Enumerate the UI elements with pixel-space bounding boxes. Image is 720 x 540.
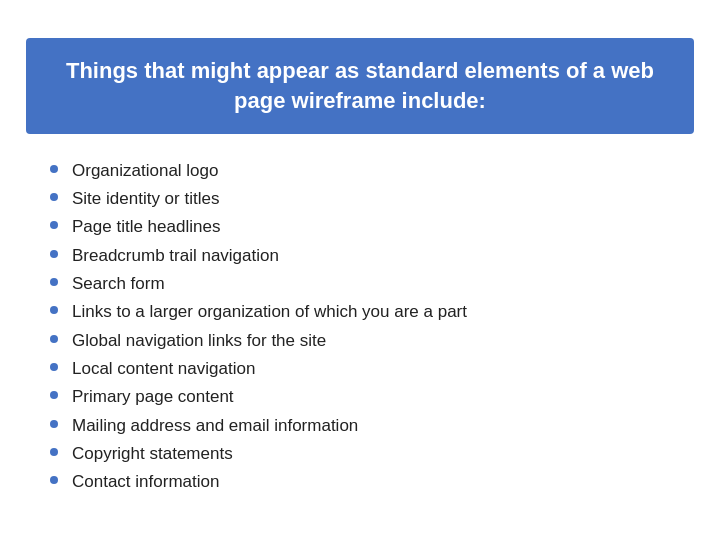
list-item-text: Organizational logo (72, 158, 218, 184)
list-item: Site identity or titles (50, 186, 678, 212)
list-item: Contact information (50, 469, 678, 495)
list-item-text: Local content navigation (72, 356, 255, 382)
bullet-list: Organizational logoSite identity or titl… (50, 158, 678, 496)
bullet-dot-icon (50, 335, 58, 343)
list-item: Mailing address and email information (50, 413, 678, 439)
bullet-dot-icon (50, 278, 58, 286)
list-item: Search form (50, 271, 678, 297)
list-item: Copyright statements (50, 441, 678, 467)
list-item-text: Links to a larger organization of which … (72, 299, 467, 325)
content-area: Organizational logoSite identity or titl… (26, 154, 694, 502)
list-item: Global navigation links for the site (50, 328, 678, 354)
list-item: Local content navigation (50, 356, 678, 382)
list-item: Breadcrumb trail navigation (50, 243, 678, 269)
list-item-text: Global navigation links for the site (72, 328, 326, 354)
bullet-dot-icon (50, 420, 58, 428)
list-item-text: Search form (72, 271, 165, 297)
list-item-text: Page title headlines (72, 214, 220, 240)
bullet-dot-icon (50, 165, 58, 173)
header-title: Things that might appear as standard ele… (50, 56, 670, 115)
bullet-dot-icon (50, 193, 58, 201)
header-box: Things that might appear as standard ele… (26, 38, 694, 133)
list-item-text: Contact information (72, 469, 219, 495)
list-item: Page title headlines (50, 214, 678, 240)
list-item: Links to a larger organization of which … (50, 299, 678, 325)
bullet-dot-icon (50, 250, 58, 258)
list-item: Organizational logo (50, 158, 678, 184)
list-item-text: Site identity or titles (72, 186, 219, 212)
list-item-text: Primary page content (72, 384, 234, 410)
slide-container: Things that might appear as standard ele… (10, 22, 710, 518)
bullet-dot-icon (50, 306, 58, 314)
list-item: Primary page content (50, 384, 678, 410)
bullet-dot-icon (50, 221, 58, 229)
list-item-text: Breadcrumb trail navigation (72, 243, 279, 269)
bullet-dot-icon (50, 363, 58, 371)
list-item-text: Copyright statements (72, 441, 233, 467)
list-item-text: Mailing address and email information (72, 413, 358, 439)
bullet-dot-icon (50, 391, 58, 399)
bullet-dot-icon (50, 448, 58, 456)
bullet-dot-icon (50, 476, 58, 484)
